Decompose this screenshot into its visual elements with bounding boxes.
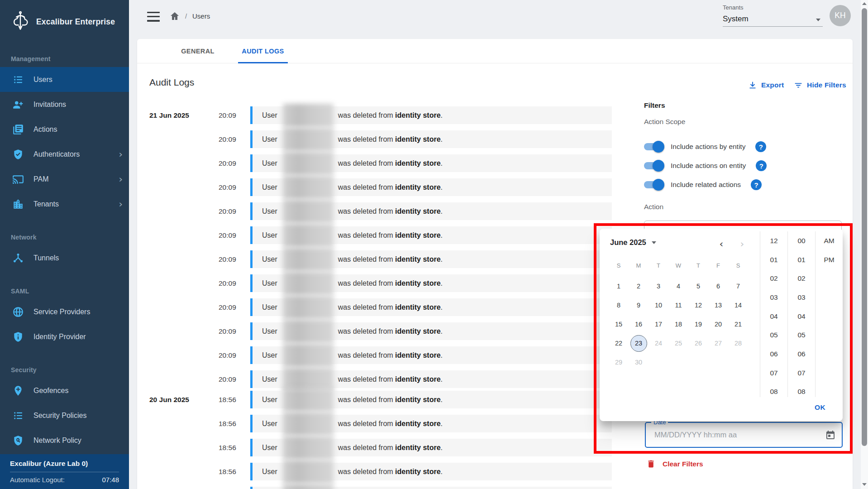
calendar-day-6[interactable]: 6 <box>710 278 727 295</box>
log-row-message[interactable]: Userwas deleted from identity store. <box>250 226 612 244</box>
log-row-message[interactable]: Userwas deleted from identity store. <box>250 106 612 124</box>
minute-option-07[interactable]: 07 <box>788 364 815 383</box>
help-icon[interactable]: ? <box>751 179 762 190</box>
calendar-icon[interactable] <box>825 430 836 441</box>
log-row-message[interactable]: Userwas deleted from identity store. <box>250 178 612 196</box>
log-row-message[interactable]: Userwas deleted from identity store. <box>250 370 612 388</box>
ok-button[interactable]: OK <box>811 401 829 414</box>
sidebar-item-geofences[interactable]: Geofences <box>0 378 129 403</box>
calendar-day-9[interactable]: 9 <box>630 297 647 314</box>
log-row-message[interactable]: Userwas deleted from identity store. <box>250 487 612 489</box>
home-icon[interactable] <box>169 11 180 22</box>
next-month-button[interactable]: › <box>735 237 749 250</box>
breadcrumb[interactable]: Users <box>192 12 210 20</box>
log-row-message[interactable]: Userwas deleted from identity store. <box>250 250 612 268</box>
date-input-field[interactable]: Date MM/DD/YYYY hh:mm aa <box>645 422 843 448</box>
log-row-message[interactable]: Userwas deleted from identity store. <box>250 346 612 364</box>
minute-option-06[interactable]: 06 <box>788 345 815 364</box>
sidebar-item-identity-provider[interactable]: Identity Provider <box>0 324 129 349</box>
calendar-day-14[interactable]: 14 <box>730 297 747 314</box>
calendar-day-11[interactable]: 11 <box>670 297 687 314</box>
calendar-day-15[interactable]: 15 <box>610 316 627 333</box>
tab-audit-logs[interactable]: AUDIT LOGS <box>234 39 291 63</box>
calendar-day-10[interactable]: 10 <box>650 297 667 314</box>
sidebar-item-tenants[interactable]: Tenants› <box>0 192 129 216</box>
hours-column[interactable]: 120102030405060708 <box>760 231 787 397</box>
month-year-switcher[interactable]: June 2025 <box>610 238 656 247</box>
previous-month-button[interactable]: ‹ <box>715 237 728 250</box>
calendar-day-23[interactable]: 23 <box>630 335 647 352</box>
minute-option-03[interactable]: 03 <box>788 288 815 307</box>
hour-option-02[interactable]: 02 <box>760 269 787 288</box>
scrollbar-thumb[interactable] <box>862 8 867 446</box>
meridiem-column[interactable]: AMPM <box>815 231 843 397</box>
log-row-message[interactable]: Userwas deleted from identity store. <box>250 202 612 220</box>
tenants-select[interactable]: System <box>723 13 823 27</box>
minute-option-05[interactable]: 05 <box>788 326 815 345</box>
sidebar-item-network-policy[interactable]: Network Policy <box>0 428 129 453</box>
calendar-day-7[interactable]: 7 <box>730 278 747 295</box>
log-row-message[interactable]: Userwas deleted from identity store. <box>250 463 612 480</box>
tab-general[interactable]: GENERAL <box>171 39 225 63</box>
log-row-message[interactable]: Userwas deleted from identity store. <box>250 154 612 172</box>
meridiem-option-AM[interactable]: AM <box>816 231 843 250</box>
calendar-day-22[interactable]: 22 <box>610 335 627 352</box>
clear-filters-button[interactable]: Clear Filters <box>646 459 703 469</box>
calendar-day-18[interactable]: 18 <box>670 316 687 333</box>
minute-option-01[interactable]: 01 <box>788 250 815 269</box>
calendar-day-2[interactable]: 2 <box>630 278 647 295</box>
calendar-day-13[interactable]: 13 <box>710 297 727 314</box>
sidebar-item-actions[interactable]: Actions <box>0 117 129 142</box>
calendar-day-5[interactable]: 5 <box>690 278 707 295</box>
calendar-day-16[interactable]: 16 <box>630 316 647 333</box>
hour-option-12[interactable]: 12 <box>760 231 787 250</box>
sidebar-item-pam[interactable]: PAM› <box>0 167 129 192</box>
meridiem-option-PM[interactable]: PM <box>816 250 843 269</box>
sidebar-item-service-providers[interactable]: Service Providers <box>0 299 129 324</box>
log-row-message[interactable]: Userwas deleted from identity store. <box>250 322 612 340</box>
log-row-message[interactable]: Userwas deleted from identity store. <box>250 391 612 408</box>
minute-option-00[interactable]: 00 <box>788 231 815 250</box>
minute-option-04[interactable]: 04 <box>788 307 815 326</box>
toggle-switch-include-actions-by-entity[interactable] <box>644 141 663 153</box>
hour-option-03[interactable]: 03 <box>760 288 787 307</box>
sidebar-item-users[interactable]: Users <box>0 67 129 92</box>
menu-toggle-button[interactable] <box>147 12 160 22</box>
hide-filters-button[interactable]: Hide Filters <box>793 80 846 90</box>
sidebar-item-invitations[interactable]: Invitations <box>0 92 129 117</box>
hour-option-05[interactable]: 05 <box>760 326 787 345</box>
scroll-up-arrow-icon[interactable] <box>861 0 868 7</box>
help-icon[interactable]: ? <box>756 160 767 171</box>
hour-option-08[interactable]: 08 <box>760 383 787 398</box>
calendar-day-4[interactable]: 4 <box>670 278 687 295</box>
sidebar-item-security-policies[interactable]: Security Policies <box>0 403 129 428</box>
avatar[interactable]: KH <box>830 5 851 26</box>
calendar-day-1[interactable]: 1 <box>610 278 627 295</box>
log-row-message[interactable]: Userwas deleted from identity store. <box>250 130 612 148</box>
toggle-switch-include-related-actions[interactable] <box>644 179 663 191</box>
log-row-message[interactable]: Userwas deleted from identity store. <box>250 439 612 456</box>
hour-option-04[interactable]: 04 <box>760 307 787 326</box>
toggle-switch-include-actions-on-entity[interactable] <box>644 160 663 172</box>
export-button[interactable]: Export <box>748 80 784 90</box>
sidebar-item-tunnels[interactable]: Tunnels <box>0 245 129 270</box>
log-row-message[interactable]: Userwas deleted from identity store. <box>250 274 612 292</box>
calendar-day-21[interactable]: 21 <box>730 316 747 333</box>
minutes-column[interactable]: 000102030405060708 <box>787 231 815 397</box>
log-row-message[interactable]: Userwas deleted from identity store. <box>250 298 612 316</box>
minute-option-08[interactable]: 08 <box>788 383 815 398</box>
scroll-down-arrow-icon[interactable] <box>861 481 868 488</box>
minute-option-02[interactable]: 02 <box>788 269 815 288</box>
page-scrollbar[interactable] <box>861 0 868 489</box>
calendar-day-19[interactable]: 19 <box>690 316 707 333</box>
sidebar-item-authenticators[interactable]: Authenticators› <box>0 142 129 167</box>
calendar-day-3[interactable]: 3 <box>650 278 667 295</box>
hour-option-06[interactable]: 06 <box>760 345 787 364</box>
calendar-day-12[interactable]: 12 <box>690 297 707 314</box>
hour-option-07[interactable]: 07 <box>760 364 787 383</box>
help-icon[interactable]: ? <box>755 141 766 152</box>
calendar-day-20[interactable]: 20 <box>710 316 727 333</box>
calendar-day-17[interactable]: 17 <box>650 316 667 333</box>
calendar-day-8[interactable]: 8 <box>610 297 627 314</box>
log-row-message[interactable]: Userwas deleted from identity store. <box>250 415 612 432</box>
